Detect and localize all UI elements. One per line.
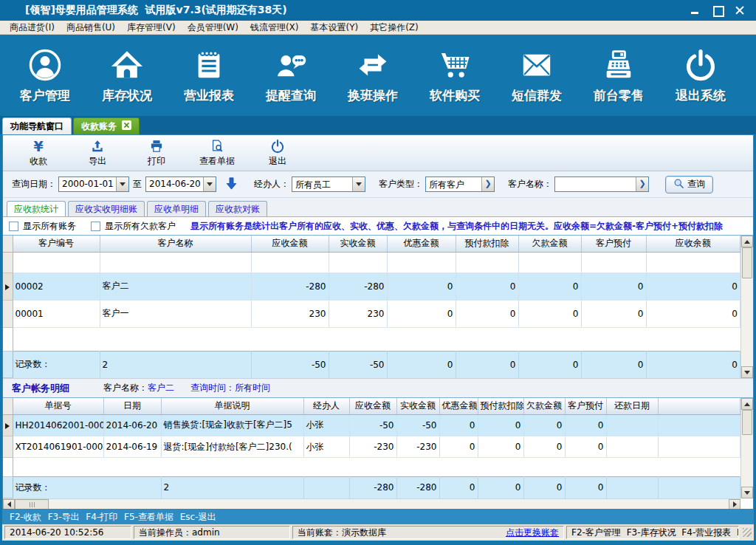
show-all-accounts-label: 显示所有账务 xyxy=(23,220,76,233)
chevron-down-icon[interactable] xyxy=(203,177,216,191)
show-all-accounts-checkbox[interactable] xyxy=(9,222,18,231)
column-header[interactable]: 经办人 xyxy=(303,398,349,414)
status-bar: 2014-06-20 10:52:56 当前操作员：admin 当前账套：演示数… xyxy=(2,524,754,541)
toolbar-business-report[interactable]: 营业报表 xyxy=(176,48,242,104)
column-header[interactable]: 还款日期 xyxy=(606,398,658,414)
date-to-combobox[interactable]: 2014-06-20 xyxy=(145,176,216,192)
scrollbar-thumb[interactable] xyxy=(15,499,49,510)
column-header[interactable]: 欠款金额 xyxy=(518,236,581,252)
column-header[interactable]: 日期 xyxy=(103,398,161,414)
exit-button[interactable]: 退出 xyxy=(261,138,294,168)
column-header[interactable]: 预付款扣除 xyxy=(478,398,523,414)
row-indicator-header xyxy=(3,398,13,414)
menu-item[interactable]: 钱流管理(X) xyxy=(245,21,304,35)
scroll-up-button[interactable] xyxy=(741,236,753,247)
menu-item[interactable]: 商品销售(U) xyxy=(61,21,120,35)
maximize-button[interactable] xyxy=(712,5,724,16)
status-hotkeys: F2-客户管理 F3-库存状况 F4-营业报表 F6-提醒查询 F7-换班操作 xyxy=(566,526,739,539)
customer-detail-section: 客户帐务明细 客户名称： 客户二 查询时间： 所有时间 xyxy=(3,378,753,397)
menu-item[interactable]: 会员管理(W) xyxy=(182,21,244,35)
scrollbar-thumb[interactable] xyxy=(742,410,752,435)
toolbar-customer-management[interactable]: 客户管理 xyxy=(12,48,78,104)
scroll-down-button[interactable] xyxy=(741,487,753,498)
menu-item[interactable]: 商品进货(I) xyxy=(4,21,60,35)
row-indicator xyxy=(3,436,13,457)
minimize-button[interactable] xyxy=(690,5,701,16)
resize-grip[interactable] xyxy=(743,528,752,537)
horizontal-scrollbar[interactable] xyxy=(3,498,740,510)
toolbar-shift-change[interactable]: 换班操作 xyxy=(340,48,406,104)
column-header[interactable]: 客户预付 xyxy=(581,236,646,252)
scroll-down-button[interactable] xyxy=(741,366,753,378)
detail-table-row[interactable]: XT2014061901-0001 2014-06-19 18 退货:[现金]付… xyxy=(3,436,740,457)
print-button[interactable]: 打印 xyxy=(140,138,173,168)
menu-item[interactable]: 其它操作(Z) xyxy=(365,21,424,35)
column-header[interactable]: 欠款金额 xyxy=(523,398,565,414)
receive-payment-button[interactable]: ¥ 收款 xyxy=(22,138,55,168)
column-header[interactable]: 客户名称 xyxy=(100,236,251,252)
column-header[interactable]: 单据说明 xyxy=(161,398,303,414)
printer-icon xyxy=(149,138,164,154)
row-indicator xyxy=(3,300,13,327)
scrollbar-thumb[interactable] xyxy=(742,247,752,278)
subtab-receivable-summary[interactable]: 应收款统计 xyxy=(7,201,66,216)
scroll-up-button[interactable] xyxy=(741,398,753,410)
close-button[interactable] xyxy=(734,5,746,16)
summary-table-row[interactable]: 00002 客户二 -280 -280 0 0 0 0 0 xyxy=(3,273,740,301)
scrollbar-track[interactable] xyxy=(741,435,753,487)
customer-name-picker[interactable]: ❯ xyxy=(554,176,649,192)
filter-row-empty[interactable] xyxy=(3,252,740,273)
window-title: [领智]母婴用品管理系统 试用版v7.3(试用期还有38天) xyxy=(25,4,690,17)
detail-table-row[interactable]: HH2014062001-0001 2014-06-20 10 销售换货:[现金… xyxy=(3,414,740,436)
view-document-button[interactable]: 查看单据 xyxy=(199,138,235,168)
show-all-debtors-checkbox[interactable] xyxy=(91,222,100,231)
subtab-receivable-received-detail[interactable]: 应收实收明细账 xyxy=(68,201,145,216)
column-header[interactable]: 实收金额 xyxy=(329,236,387,252)
subtab-receivable-doc-detail[interactable]: 应收单明细 xyxy=(147,201,206,216)
menu-item[interactable]: 库存管理(V) xyxy=(122,21,181,35)
scroll-right-button[interactable] xyxy=(729,499,740,510)
tab-receipt-accounting[interactable]: 收款账务 xyxy=(73,117,140,134)
row-indicator-header xyxy=(3,236,13,252)
toolbar-pos-retail[interactable]: 前台零售 xyxy=(585,48,652,104)
column-header[interactable]: 客户编号 xyxy=(13,236,100,252)
customer-type-label: 客户类型： xyxy=(379,178,423,191)
column-header[interactable]: 应收金额 xyxy=(251,236,329,252)
column-header[interactable]: 预付款扣除 xyxy=(456,236,518,252)
column-header[interactable]: 实收金额 xyxy=(396,398,439,414)
menu-item[interactable]: 基本设置(Y) xyxy=(305,21,363,35)
switch-account-link[interactable]: 点击更换账套 xyxy=(506,527,559,539)
page-toolbar: ¥ 收款 导出 打印 查看单据 退出 xyxy=(3,135,753,171)
vertical-scrollbar[interactable] xyxy=(740,236,753,378)
column-header[interactable]: 应收余额 xyxy=(646,236,740,252)
toolbar-exit-system[interactable]: 退出系统 xyxy=(667,48,734,104)
scroll-left-button[interactable] xyxy=(3,499,15,510)
chevron-down-icon[interactable] xyxy=(116,177,128,191)
date-from-combobox[interactable]: 2000-01-01 xyxy=(58,176,129,192)
customer-type-picker[interactable]: 所有客户 ❯ xyxy=(425,176,495,192)
power-icon xyxy=(684,48,718,84)
column-header[interactable]: 客户预付 xyxy=(565,398,606,414)
tab-close-icon[interactable] xyxy=(122,120,131,132)
toolbar-software-purchase[interactable]: 软件购买 xyxy=(422,48,488,104)
operator-combobox[interactable]: 所有员工 xyxy=(292,176,365,192)
column-header[interactable]: 优惠金额 xyxy=(387,236,456,252)
scrollbar-track[interactable] xyxy=(49,499,729,510)
export-button[interactable]: 导出 xyxy=(81,138,114,168)
chevron-down-icon[interactable] xyxy=(352,177,365,191)
column-header[interactable]: 应收金额 xyxy=(349,398,396,414)
summary-table-row[interactable]: 00001 客户一 230 230 0 0 0 0 0 xyxy=(3,300,740,327)
toolbar-inventory-status[interactable]: 库存状况 xyxy=(94,48,160,104)
subtab-receivable-reconcile[interactable]: 应收款对账 xyxy=(208,201,267,216)
scrollbar-track[interactable] xyxy=(741,278,753,366)
toolbar-sms-broadcast[interactable]: 短信群发 xyxy=(504,48,570,104)
chevron-right-icon[interactable]: ❯ xyxy=(636,177,648,191)
chevron-right-icon[interactable]: ❯ xyxy=(481,177,494,191)
row-indicator xyxy=(3,414,13,436)
vertical-scrollbar[interactable] xyxy=(740,398,753,498)
column-header[interactable]: 单据号 xyxy=(13,398,103,414)
tab-function-navigator[interactable]: 功能导航窗口 xyxy=(2,117,72,134)
toolbar-reminder-query[interactable]: 提醒查询 xyxy=(258,48,324,104)
column-header[interactable]: 优惠金额 xyxy=(439,398,478,414)
search-button[interactable]: 查询 xyxy=(665,176,713,193)
